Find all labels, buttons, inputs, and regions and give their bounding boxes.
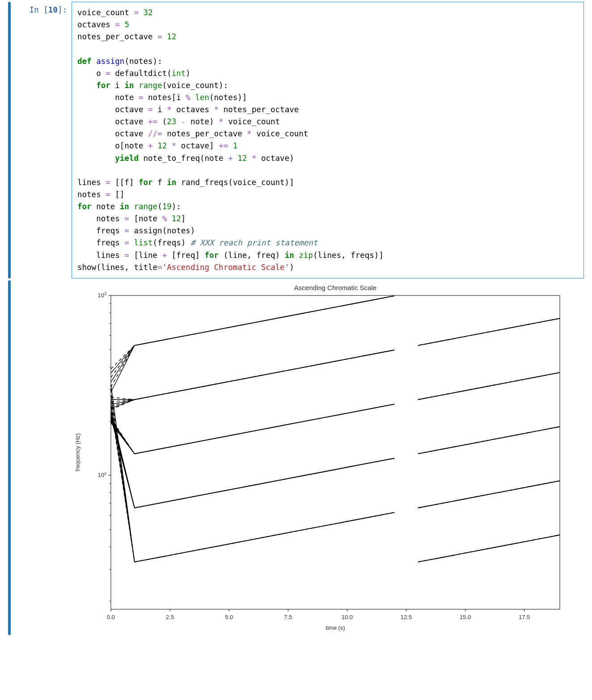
svg-text:12.5: 12.5 (401, 614, 412, 620)
input-prompt: In [10]: (13, 2, 72, 278)
code-cell: In [10]: voice_count = 32 octaves = 5 no… (8, 2, 584, 278)
svg-rect-0 (111, 295, 560, 609)
plot-output: Ascending Chromatic Scale0.02.55.07.510.… (72, 280, 584, 635)
svg-text:7.5: 7.5 (284, 614, 292, 620)
output-prompt (13, 280, 72, 635)
code-editor[interactable]: voice_count = 32 octaves = 5 notes_per_o… (72, 2, 584, 278)
svg-text:0.0: 0.0 (107, 614, 115, 620)
cell-run-indicator (8, 280, 11, 635)
svg-text:102: 102 (98, 471, 106, 478)
prompt-in-label: In [ (30, 5, 48, 14)
svg-text:15.0: 15.0 (460, 614, 471, 620)
svg-text:Ascending Chromatic Scale: Ascending Chromatic Scale (294, 284, 376, 291)
svg-text:10.0: 10.0 (342, 614, 353, 620)
svg-text:2.5: 2.5 (166, 614, 174, 620)
cell-run-indicator (8, 2, 11, 278)
output-cell: Ascending Chromatic Scale0.02.55.07.510.… (8, 280, 584, 635)
svg-text:frequency (Hz): frequency (Hz) (74, 433, 81, 471)
svg-text:103: 103 (98, 291, 106, 299)
svg-text:time (s): time (s) (326, 624, 345, 631)
prompt-number: 10 (48, 5, 58, 14)
prompt-tail: ]: (58, 5, 67, 14)
svg-text:5.0: 5.0 (225, 614, 233, 620)
svg-text:17.5: 17.5 (519, 614, 530, 620)
line-chart: Ascending Chromatic Scale0.02.55.07.510.… (72, 282, 568, 635)
